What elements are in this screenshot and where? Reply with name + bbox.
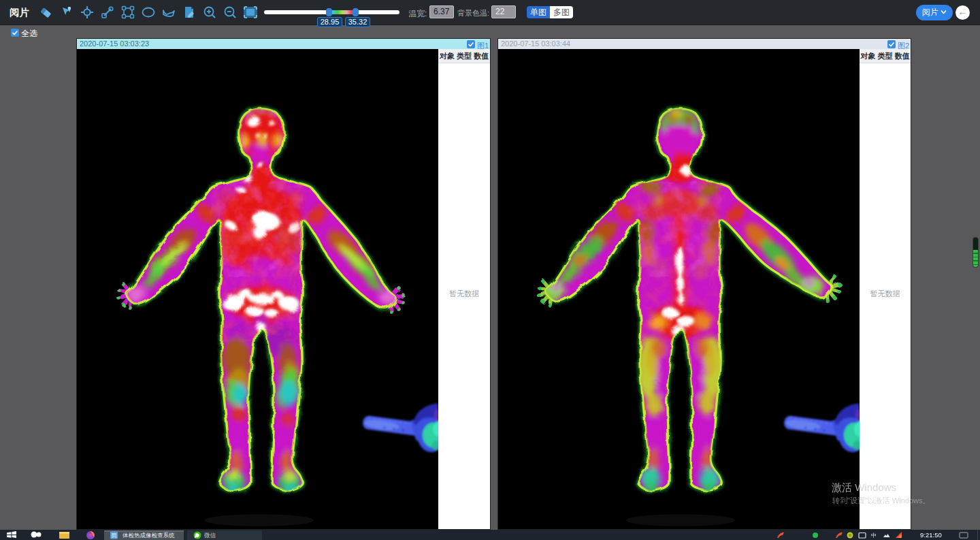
svg-text:体检热成像检查系统: 体检热成像检查系统 — [122, 532, 175, 539]
svg-text:田: 田 — [112, 533, 117, 539]
svg-text:微信: 微信 — [204, 532, 216, 539]
svg-text:9:21:50: 9:21:50 — [920, 531, 942, 539]
svg-text:中: 中 — [871, 533, 877, 539]
